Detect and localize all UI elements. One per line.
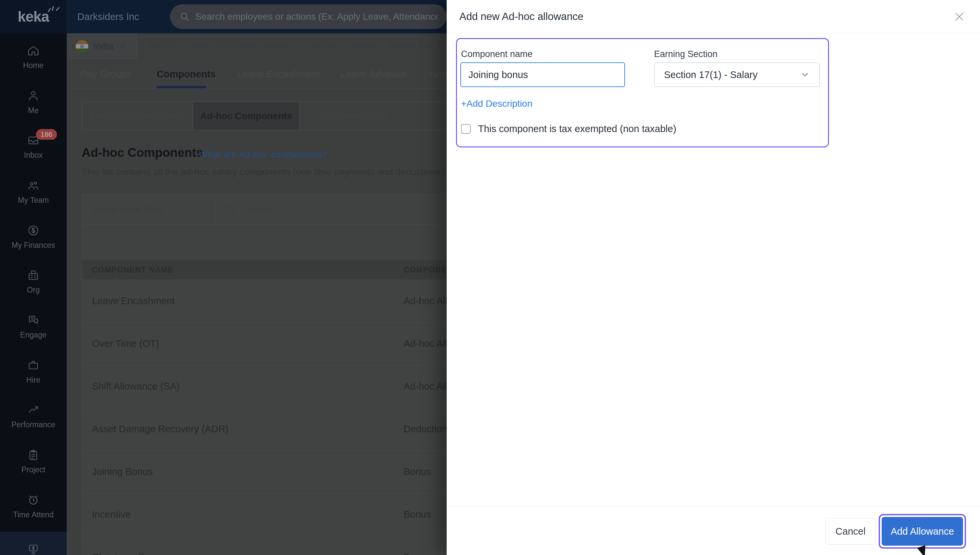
cell-component-name: Joining Bonus xyxy=(92,466,153,477)
subtab-components[interactable]: Components xyxy=(157,59,216,89)
tax-exempt-row: This component is tax exempted (non taxa… xyxy=(461,124,676,135)
logo-area[interactable]: keka xyxy=(0,0,67,34)
sidebar-item-my-team[interactable]: My Team xyxy=(0,172,67,212)
keka-logo: keka xyxy=(18,8,49,25)
payroll-monitor-icon xyxy=(27,543,40,555)
sidebar-item-label: Time Attend xyxy=(13,510,54,519)
company-name: Darksiders Inc xyxy=(77,0,139,34)
cell-component-name: Shift Allowance (SA) xyxy=(92,381,180,392)
alarm-clock-icon xyxy=(27,494,40,506)
sidebar-item-label: Engage xyxy=(20,330,46,340)
tab-payroll-admin[interactable]: PAYROLL ADMIN xyxy=(310,34,380,59)
component-type-filter-label: Component Type xyxy=(92,204,163,215)
earning-section-label: Earning Section xyxy=(654,49,718,59)
add-allowance-button[interactable]: Add Allowance xyxy=(882,517,963,546)
subtab-pay-groups[interactable]: Pay Groups xyxy=(80,59,131,89)
cell-component-type: Ad-hoc Allo xyxy=(404,338,452,349)
tab-adhoc-components[interactable]: Ad-hoc Components xyxy=(193,102,300,130)
table-search[interactable] xyxy=(216,194,416,225)
tab-payroll-analytics[interactable]: PAYROLL ANALYTICS xyxy=(149,34,239,59)
india-flag-icon xyxy=(75,40,89,53)
sidebar-item-my-finances[interactable]: My Finances xyxy=(0,217,67,257)
country-label: India xyxy=(93,41,114,52)
sidebar: keka Home Me 186 Inbox My Team xyxy=(0,0,67,555)
cell-component-name: Christmas B xyxy=(92,552,145,555)
sidebar-item-hire[interactable]: Hire xyxy=(0,352,67,391)
subtab-notifications[interactable]: Noti xyxy=(430,59,447,89)
modal-title: Add new Ad-hoc allowance xyxy=(459,0,584,33)
adhoc-help-link[interactable]: What are Ad-hoc components? xyxy=(199,149,327,160)
global-search-input[interactable] xyxy=(195,11,437,22)
global-search[interactable] xyxy=(170,4,447,29)
sidebar-item-label: Me xyxy=(28,106,39,115)
sidebar-item-label: My Finances xyxy=(12,241,55,250)
earning-section-select[interactable]: Section 17(1) - Salary xyxy=(654,63,820,87)
column-header-name: COMPONENT NAME xyxy=(92,265,174,274)
org-building-icon xyxy=(27,269,40,281)
subtab-leave-advance[interactable]: Leave Advance xyxy=(341,59,407,89)
page-title: Ad-hoc Components xyxy=(82,146,203,160)
sidebar-item-org[interactable]: Org xyxy=(0,262,67,301)
active-subtab-underline xyxy=(157,86,206,88)
cell-component-type: Ad-hoc Allo xyxy=(404,295,452,306)
cell-component-name: Over Time (OT) xyxy=(92,338,159,349)
engage-chat-icon xyxy=(27,314,40,327)
add-description-link[interactable]: +Add Description xyxy=(461,98,532,109)
home-icon xyxy=(27,44,40,57)
search-icon xyxy=(225,204,237,215)
sidebar-item-time-attend[interactable]: Time Attend xyxy=(0,487,67,526)
sidebar-item-label: Performance xyxy=(11,420,55,429)
tab-run-payroll[interactable]: RUN PAYROLL xyxy=(241,34,302,59)
sidebar-item-performance[interactable]: Performance xyxy=(0,396,67,436)
sidebar-item-label: Home xyxy=(23,61,43,70)
cell-component-type: Bonus xyxy=(404,466,431,477)
tab-recurring-components[interactable]: Recurring Components xyxy=(82,102,193,130)
sidebar-item-label: Org xyxy=(27,286,40,295)
component-type-filter[interactable]: Component Type xyxy=(82,194,216,225)
chevron-down-icon xyxy=(800,70,810,80)
cell-component-type: B xyxy=(404,552,410,555)
logo-wordmark: keka xyxy=(18,8,49,25)
clipboard-icon xyxy=(27,449,40,461)
trend-up-icon xyxy=(27,404,40,416)
earning-section-value: Section 17(1) - Salary xyxy=(664,69,757,80)
dollar-circle-icon xyxy=(27,224,40,237)
cell-component-name: Leave Encashment xyxy=(92,295,175,306)
allowance-form: Component name Earning Section Section 1… xyxy=(456,38,829,148)
cell-component-type: Ad-hoc Allo xyxy=(404,381,452,392)
team-icon xyxy=(27,179,40,192)
cell-component-type: Deduction xyxy=(404,423,447,435)
tab-accounting-code[interactable]: Accounting Code xyxy=(300,102,407,130)
sidebar-item-project[interactable]: Project xyxy=(0,441,67,481)
sidebar-item-engage[interactable]: Engage xyxy=(0,307,67,346)
modal-footer-divider xyxy=(447,506,980,507)
close-icon[interactable] xyxy=(953,11,965,23)
sidebar-item-me[interactable]: Me xyxy=(0,82,67,122)
chevron-down-icon xyxy=(196,205,206,214)
tax-exempt-checkbox[interactable] xyxy=(461,124,471,134)
cell-component-name: Asset Damage Recovery (ADR) xyxy=(92,423,228,435)
sidebar-item-label: My Team xyxy=(18,196,49,205)
add-adhoc-allowance-modal: Add new Ad-hoc allowance Component name … xyxy=(447,0,980,555)
add-allowance-button-focus-ring: Add Allowance xyxy=(879,514,966,549)
cancel-button[interactable]: Cancel xyxy=(825,518,876,545)
tab-approvals[interactable]: APPROVALS xyxy=(388,34,442,59)
sidebar-item-label: Inbox xyxy=(24,151,43,160)
app-root: keka Home Me 186 Inbox My Team xyxy=(0,0,980,555)
sidebar-item-home[interactable]: Home xyxy=(0,37,67,77)
tax-exempt-label: This component is tax exempted (non taxa… xyxy=(478,124,676,135)
briefcase-icon xyxy=(27,359,40,372)
sidebar-item-payroll[interactable] xyxy=(0,532,67,555)
country-selector[interactable]: India xyxy=(69,34,137,59)
sidebar-item-label: Hire xyxy=(26,375,40,385)
search-icon xyxy=(179,11,190,22)
chevron-down-icon xyxy=(118,42,127,51)
component-name-input[interactable] xyxy=(460,63,625,87)
user-icon xyxy=(27,89,40,102)
subtab-leave-encashment[interactable]: Leave Encashment xyxy=(237,59,320,89)
sidebar-item-inbox[interactable]: 186 Inbox xyxy=(0,127,67,167)
sidebar-item-label: Project xyxy=(21,465,45,474)
cell-component-type: Bonus xyxy=(404,509,431,520)
table-search-input[interactable] xyxy=(243,204,383,215)
cell-component-name: Incentive xyxy=(92,509,131,520)
